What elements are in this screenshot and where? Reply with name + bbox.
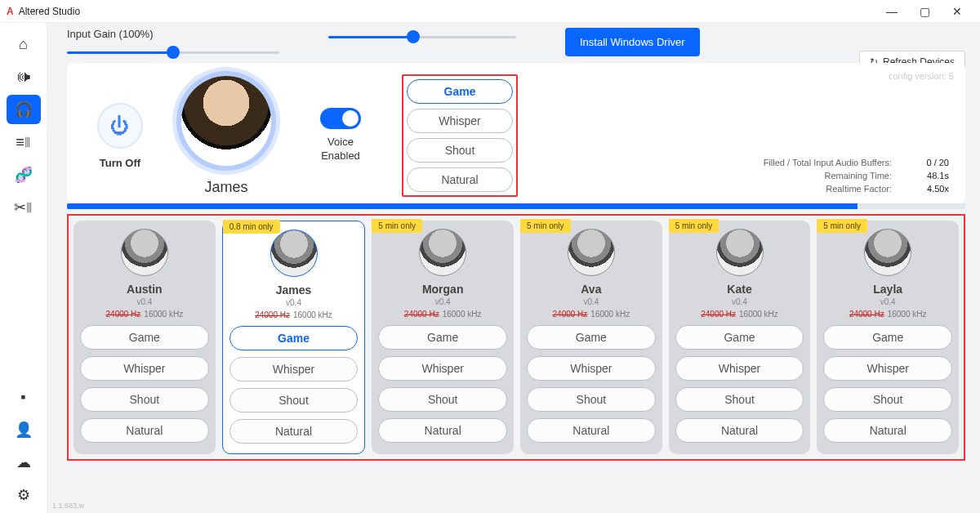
dna-icon[interactable]: 🧬 <box>7 160 41 190</box>
user-icon[interactable]: 👤 <box>7 415 41 444</box>
card-version: v0.4 <box>732 297 747 306</box>
voice-icon[interactable]: 🕪 <box>7 62 41 91</box>
selected-voice-name: James <box>204 179 247 196</box>
voice-mode-group: GameWhisperShoutNatural <box>402 74 518 197</box>
output-gain-slider[interactable] <box>328 28 516 38</box>
card-mode-game[interactable]: Game <box>378 325 507 350</box>
time-badge: 5 min only <box>372 219 422 233</box>
install-driver-button[interactable]: Install Windows Driver <box>565 28 700 56</box>
voice-card-kate[interactable]: 5 min onlyKatev0.424000 Hz16000 kHzGameW… <box>669 221 811 454</box>
card-version: v0.4 <box>286 298 301 307</box>
voice-enabled-toggle[interactable] <box>320 108 361 129</box>
tune-icon[interactable]: ✂⦀ <box>7 193 41 222</box>
card-mode-shout[interactable]: Shout <box>378 387 507 412</box>
mode-natural[interactable]: Natural <box>407 167 513 192</box>
time-badge: 5 min only <box>669 219 719 233</box>
avatar <box>568 229 615 276</box>
settings-icon[interactable]: ⚙ <box>7 480 41 510</box>
headset-icon[interactable]: 🎧 <box>7 95 41 124</box>
card-mode-natural[interactable]: Natural <box>229 419 359 444</box>
card-mode-whisper[interactable]: Whisper <box>823 356 952 381</box>
waveform-icon[interactable]: ≡⦀ <box>7 127 41 157</box>
time-badge: 0.8 min only <box>223 220 280 234</box>
progress-bar <box>67 203 965 209</box>
mode-game[interactable]: Game <box>407 79 513 104</box>
card-mode-natural[interactable]: Natural <box>80 418 209 443</box>
minimize-button[interactable]: — <box>875 5 908 18</box>
card-version: v0.4 <box>880 297 896 306</box>
avatar <box>270 230 318 277</box>
card-mode-natural[interactable]: Natural <box>823 418 952 443</box>
config-version: config version: 5 <box>889 71 954 81</box>
card-mode-shout[interactable]: Shout <box>675 387 804 412</box>
card-mode-whisper[interactable]: Whisper <box>229 357 359 381</box>
avatar <box>419 229 466 276</box>
card-mode-natural[interactable]: Natural <box>675 418 804 443</box>
input-gain-slider[interactable]: Input Gain (100%) <box>67 28 279 54</box>
close-button[interactable]: ✕ <box>941 5 973 18</box>
book-icon[interactable]: ▪ <box>7 382 41 412</box>
input-gain-label: Input Gain (100%) <box>67 28 279 40</box>
card-mode-whisper[interactable]: Whisper <box>527 356 656 381</box>
card-mode-game[interactable]: Game <box>675 325 804 350</box>
power-button[interactable]: ⏻ <box>97 103 143 149</box>
card-mode-shout[interactable]: Shout <box>823 387 952 412</box>
voice-enabled-label: VoiceEnabled <box>321 136 360 163</box>
voice-cards: Austinv0.424000 Hz16000 kHzGameWhisperSh… <box>67 214 965 461</box>
voice-card-layla[interactable]: 5 min onlyLaylav0.424000 Hz16000 kHzGame… <box>817 221 959 454</box>
voice-card-ava[interactable]: 5 min onlyAvav0.424000 Hz16000 kHzGameWh… <box>520 221 662 454</box>
mode-shout[interactable]: Shout <box>407 138 513 163</box>
card-rate: 24000 Hz16000 kHz <box>404 310 482 319</box>
card-version: v0.4 <box>583 297 599 306</box>
time-badge: 5 min only <box>520 219 571 233</box>
card-rate: 24000 Hz16000 kHz <box>255 310 332 319</box>
voice-card-austin[interactable]: Austinv0.424000 Hz16000 kHzGameWhisperSh… <box>74 221 216 454</box>
selected-avatar <box>181 76 271 166</box>
card-mode-whisper[interactable]: Whisper <box>675 356 804 381</box>
card-mode-game[interactable]: Game <box>80 325 209 350</box>
voice-panel: config version: 5 ⏻ Turn Off James Voice… <box>67 63 965 203</box>
card-name: Layla <box>873 283 902 296</box>
card-rate: 24000 Hz16000 kHz <box>701 310 778 319</box>
power-label: Turn Off <box>100 157 140 169</box>
card-name: Morgan <box>422 283 464 296</box>
mode-whisper[interactable]: Whisper <box>407 109 513 133</box>
window-title: Altered Studio <box>19 6 80 17</box>
card-rate: 24000 Hz16000 kHz <box>106 310 184 319</box>
card-mode-natural[interactable]: Natural <box>378 418 507 443</box>
app-logo-icon: A <box>7 6 14 17</box>
avatar <box>716 229 764 276</box>
card-mode-shout[interactable]: Shout <box>229 388 359 413</box>
card-mode-shout[interactable]: Shout <box>80 387 209 412</box>
titlebar: A Altered Studio — ▢ ✕ <box>0 0 980 23</box>
card-version: v0.4 <box>136 297 152 306</box>
cloud-icon[interactable]: ☁ <box>7 448 41 477</box>
card-mode-game[interactable]: Game <box>823 325 952 350</box>
card-name: James <box>276 283 312 297</box>
card-rate: 24000 Hz16000 kHz <box>849 310 927 319</box>
home-icon[interactable]: ⌂ <box>7 29 41 59</box>
avatar <box>121 229 168 276</box>
card-mode-whisper[interactable]: Whisper <box>80 356 209 381</box>
time-badge: 5 min only <box>817 219 867 233</box>
card-rate: 24000 Hz16000 kHz <box>553 310 630 319</box>
card-mode-game[interactable]: Game <box>229 326 359 350</box>
sidebar: ⌂ 🕪 🎧 ≡⦀ 🧬 ✂⦀ ▪ 👤 ☁ ⚙ <box>0 23 47 513</box>
card-mode-shout[interactable]: Shout <box>527 387 656 412</box>
card-name: Austin <box>127 283 163 296</box>
avatar <box>864 229 911 276</box>
card-mode-game[interactable]: Game <box>527 325 656 350</box>
card-version: v0.4 <box>435 297 451 306</box>
stats-block: Filled / Total Input Audio Buffers:0 / 2… <box>764 154 949 197</box>
voice-card-james[interactable]: 0.8 min onlyJamesv0.424000 Hz16000 kHzGa… <box>222 221 366 454</box>
maximize-button[interactable]: ▢ <box>908 5 941 18</box>
app-version: 1.1.583.w <box>52 502 84 510</box>
voice-card-morgan[interactable]: 5 min onlyMorganv0.424000 Hz16000 kHzGam… <box>372 221 514 454</box>
card-mode-natural[interactable]: Natural <box>527 418 656 443</box>
card-mode-whisper[interactable]: Whisper <box>378 356 507 381</box>
card-name: Kate <box>727 283 751 296</box>
card-name: Ava <box>581 283 601 296</box>
